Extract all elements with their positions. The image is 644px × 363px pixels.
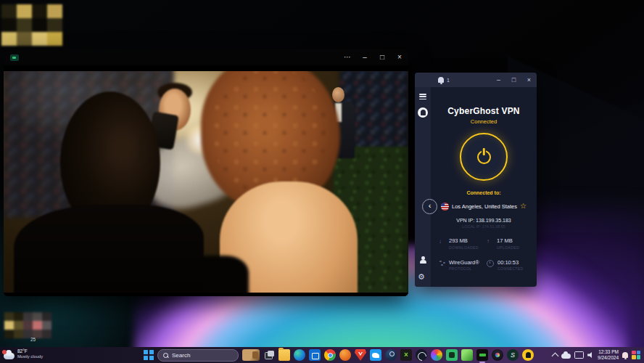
weather-condition: Mostly cloudy <box>17 354 43 360</box>
protocol-value: WireGuard® <box>449 259 479 266</box>
notifications-bell-icon[interactable] <box>622 352 628 358</box>
file-explorer-icon[interactable] <box>278 349 290 361</box>
xbox-icon[interactable]: × <box>400 349 412 361</box>
brave-browser-icon[interactable] <box>355 349 366 361</box>
orange-browser-icon[interactable] <box>339 349 351 361</box>
chrome-icon[interactable] <box>324 349 336 361</box>
clock-time: 12:33 PM <box>598 349 619 355</box>
connected-to-label: Connected to: <box>431 190 537 195</box>
player-app-icon <box>10 54 19 61</box>
local-ip-text: LOCAL IP: 174.51.38.55 <box>431 224 537 229</box>
letterbox-top <box>4 65 408 71</box>
vpn-sidebar: ⚙ <box>415 87 431 287</box>
widget-thumbnail-icon[interactable] <box>242 349 260 361</box>
uploaded-value: 17 MB <box>497 237 519 244</box>
us-flag-icon <box>441 203 449 211</box>
search-icon <box>163 353 168 358</box>
taskbar-apps: Search × S <box>144 347 534 363</box>
connection-stats: ↓ 293 MB DOWNLOADED ↑ 17 MB UPLOADED Wir… <box>439 237 529 271</box>
desktop-icons-blurred-bottom[interactable] <box>4 312 51 338</box>
previous-server-button[interactable]: ‹ <box>422 199 437 214</box>
round-dark-app-icon[interactable] <box>492 349 503 361</box>
vpn-close-button[interactable]: × <box>521 73 537 87</box>
widgets-icon[interactable] <box>632 351 641 360</box>
microsoft-store-icon[interactable] <box>309 349 321 361</box>
weather-temperature: 82°F <box>17 348 43 354</box>
video-content[interactable] <box>4 65 408 296</box>
tray-overflow-chevron-icon[interactable] <box>552 353 559 360</box>
player-close-button[interactable]: × <box>391 49 408 65</box>
media-player-window: ⋯ – □ × <box>4 49 408 296</box>
account-icon[interactable] <box>419 256 426 264</box>
duration-value: 00:10:53 <box>498 259 524 266</box>
clock-datetime[interactable]: 12:33 PM 9/24/2024 <box>598 349 619 362</box>
onedrive-cloud-icon[interactable] <box>561 354 571 359</box>
weather-cloud-icon <box>4 353 15 359</box>
s-logo-app-icon[interactable]: S <box>507 349 519 361</box>
notification-count: 1 <box>447 78 450 83</box>
player-maximize-button[interactable]: □ <box>373 49 391 65</box>
scene-suited-man-head <box>332 87 344 102</box>
protocol-stat: WireGuard® PROTOCOL <box>439 259 481 272</box>
taskbar: 82°F Mostly cloudy Search × <box>0 347 644 363</box>
vpn-app-title: CyberGhost VPN <box>431 106 537 116</box>
player-more-button[interactable]: ⋯ <box>339 49 356 65</box>
favorite-star-icon[interactable]: ☆ <box>520 203 527 210</box>
settings-gear-icon[interactable]: ⚙ <box>418 273 425 281</box>
vpn-minimize-button[interactable]: – <box>491 73 506 87</box>
search-label: Search <box>172 352 190 359</box>
vpn-ip-text: VPN IP: 138.199.35.183 <box>431 218 537 223</box>
speedtest-icon[interactable] <box>416 349 427 361</box>
system-tray: 12:33 PM 9/24/2024 <box>553 347 641 363</box>
clock-icon <box>487 260 494 267</box>
letterbox-bottom <box>4 293 408 296</box>
vpn-status-text: Connected <box>431 118 537 125</box>
task-view-icon[interactable] <box>263 349 275 361</box>
ghost-home-icon[interactable] <box>418 107 428 118</box>
notification-bell-icon[interactable] <box>438 77 444 83</box>
search-box[interactable]: Search <box>157 349 239 362</box>
upload-arrow-icon: ↑ <box>487 238 493 245</box>
server-row: ‹ Los Angeles, United States ☆ <box>431 200 537 213</box>
protocol-nodes-icon <box>439 260 445 266</box>
player-minimize-button[interactable]: – <box>356 49 373 65</box>
speaker-icon[interactable] <box>587 352 594 358</box>
clock-date: 9/24/2024 <box>598 355 619 361</box>
uploaded-label: UPLOADED <box>497 245 519 250</box>
green-camera-app-icon[interactable] <box>446 349 458 361</box>
vpn-titlebar: 1 – □ × <box>415 73 537 87</box>
scene-woman-hair-texture <box>211 65 327 196</box>
download-arrow-icon: ↓ <box>439 238 445 245</box>
duration-stat: 00:10:53 CONNECTED <box>487 259 529 272</box>
network-monitor-icon[interactable] <box>574 351 584 359</box>
power-icon <box>477 150 491 164</box>
protocol-label: PROTOCOL <box>449 266 479 271</box>
weather-widget[interactable]: 82°F Mostly cloudy <box>4 348 43 360</box>
weather-alert-badge <box>2 350 7 354</box>
desktop-icons-blurred-top[interactable] <box>1 4 62 46</box>
menu-icon[interactable] <box>419 94 426 99</box>
start-button[interactable] <box>144 350 154 360</box>
downloaded-label: DOWNLOADED <box>449 245 479 250</box>
vpn-main-panel: CyberGhost VPN Connected Connected to: ‹… <box>431 87 537 287</box>
desktop-icon-label: 25 <box>30 337 36 342</box>
server-name: Los Angeles, United States <box>452 203 517 210</box>
player-titlebar: ⋯ – □ × <box>4 49 408 65</box>
cyberghost-vpn-window: 1 – □ × ⚙ CyberGhost VPN Connected Conne… <box>415 73 537 287</box>
power-toggle-button[interactable] <box>460 133 508 181</box>
colorful-app-icon[interactable] <box>431 349 442 361</box>
scene-man-tuxedo <box>14 205 204 296</box>
twitter-icon[interactable] <box>370 349 381 361</box>
edge-browser-icon[interactable] <box>294 349 305 361</box>
desktop-screen: 25 ⋯ – □ × <box>0 0 644 363</box>
hulu-icon[interactable] <box>476 349 488 361</box>
uploaded-stat: ↑ 17 MB UPLOADED <box>487 237 529 250</box>
cyberghost-tray-icon[interactable] <box>522 349 534 361</box>
steam-icon[interactable] <box>385 349 397 361</box>
downloaded-stat: ↓ 293 MB DOWNLOADED <box>439 237 481 250</box>
duration-label: CONNECTED <box>498 266 524 271</box>
vpn-maximize-button[interactable]: □ <box>506 73 521 87</box>
green-cube-app-icon[interactable] <box>461 349 473 361</box>
downloaded-value: 293 MB <box>449 237 479 244</box>
